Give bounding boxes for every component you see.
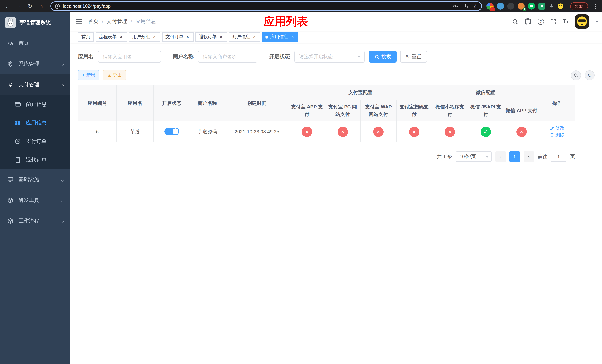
fullscreen-icon[interactable] [550, 18, 557, 25]
status-select[interactable]: 请选择开启状态 [294, 51, 365, 63]
tags-view-bar: 首页 流程表单 × 用户分组 × 支付订单 × 退款订单 × [70, 31, 602, 43]
edit-link[interactable]: 修改 [550, 125, 565, 131]
browser-menu-icon[interactable]: ⋮ [592, 3, 599, 10]
site-info-icon[interactable] [55, 3, 60, 9]
col-group-alipay: 支付宝配置 [289, 85, 432, 100]
browser-toolbar: ← → ↻ ⌂ localhost:1024/pay/app ☆ [0, 0, 602, 12]
breadcrumb-item[interactable]: 支付管理 [107, 18, 127, 25]
help-icon[interactable]: ? [538, 18, 544, 25]
extension-icon[interactable] [507, 3, 514, 10]
font-size-icon[interactable]: TT [563, 19, 569, 24]
github-icon[interactable] [525, 18, 531, 25]
refresh-table-button[interactable]: ↻ [585, 70, 595, 80]
address-bar[interactable]: localhost:1024/pay/app ☆ [50, 1, 482, 11]
goto-page-input[interactable] [551, 152, 567, 162]
browser-forward-icon[interactable]: → [14, 1, 24, 11]
browser-home-icon[interactable]: ⌂ [36, 1, 46, 11]
alipay-wap-status-icon: × [373, 127, 384, 137]
close-icon[interactable]: × [218, 34, 224, 39]
enabled-toggle[interactable] [164, 128, 179, 135]
chevron-down-icon [486, 156, 489, 158]
main-area: 首页 / 支付管理 / 应用信息 应用列表 [70, 12, 602, 364]
tab-refund-order[interactable]: 退款订单 × [195, 32, 227, 42]
col-created: 创建时间 [225, 85, 289, 121]
close-icon[interactable]: × [118, 34, 124, 39]
sidebar-item-workflow[interactable]: 工作流程 [0, 211, 70, 231]
sidebar-item-payment[interactable]: ¥ 支付管理 [0, 75, 70, 95]
tab-app-info[interactable]: 应用信息 × [262, 32, 298, 42]
cell-app-name: 芋道 [117, 121, 153, 142]
extension-icon[interactable]: 10 [486, 3, 494, 10]
navbar-actions: ? TT [512, 14, 602, 29]
col-wx-lite: 微信小程序支付 [432, 100, 468, 121]
sidebar-item-infrastructure[interactable]: 基础设施 [0, 169, 70, 190]
browser-reload-icon[interactable]: ↻ [25, 1, 35, 11]
search-icon[interactable] [512, 18, 518, 25]
app-shell: 芋道管理系统 首页 [0, 12, 602, 364]
app-name-input[interactable] [98, 51, 161, 63]
next-page-button[interactable]: › [524, 151, 534, 162]
breadcrumb-item[interactable]: 首页 [88, 18, 98, 25]
browser-profile-avatar[interactable] [557, 3, 564, 10]
password-key-icon[interactable] [453, 3, 459, 9]
box-icon [7, 197, 13, 203]
close-icon[interactable]: × [290, 34, 295, 39]
wx-app-status-icon: × [516, 127, 527, 137]
close-icon[interactable]: × [185, 34, 190, 39]
sidebar-item-system[interactable]: 系统管理 [0, 54, 70, 75]
cell-app-id: 6 [78, 121, 117, 142]
alipay-app-status-icon: × [302, 127, 312, 137]
avatar-caret-icon[interactable] [595, 21, 598, 22]
pinned-extension-icon[interactable] [549, 3, 554, 9]
share-icon[interactable] [463, 3, 469, 9]
cell-merchant: 芋道源码 [190, 121, 225, 142]
tab-home[interactable]: 首页 [78, 32, 94, 42]
page-number-button[interactable]: 1 [509, 151, 520, 162]
extension-icon[interactable] [538, 3, 545, 10]
sidebar-item-pay-order[interactable]: 支付订单 [0, 132, 70, 151]
sidebar-item-label: 工作流程 [19, 218, 39, 225]
tab-user-group[interactable]: 用户分组 × [129, 32, 160, 42]
tab-merchant-info[interactable]: 商户信息 × [229, 32, 260, 42]
search-button[interactable]: 搜索 [369, 51, 397, 63]
delete-link[interactable]: 删除 [550, 132, 565, 138]
app-title: 芋道管理系统 [20, 19, 51, 26]
page-size-select[interactable]: 10条/页 [456, 151, 492, 162]
top-navbar: 首页 / 支付管理 / 应用信息 应用列表 [70, 12, 602, 31]
chevron-down-icon [61, 62, 64, 66]
prev-page-button[interactable]: ‹ [495, 151, 506, 162]
col-wx-jsapi: 微信 JSAPI 支付 [468, 100, 504, 121]
browser-back-icon[interactable]: ← [3, 1, 13, 11]
tab-pay-order[interactable]: 支付订单 × [162, 32, 194, 42]
alipay-pc-status-icon: × [337, 127, 348, 137]
export-button[interactable]: 导出 [103, 70, 126, 80]
sidebar-item-dev-tools[interactable]: 研发工具 [0, 190, 70, 211]
close-icon[interactable]: × [252, 34, 257, 39]
tab-process-form[interactable]: 流程表单 × [96, 32, 127, 42]
sidebar-logo-row[interactable]: 芋道管理系统 [0, 12, 70, 33]
bookmark-star-icon[interactable]: ☆ [473, 3, 478, 9]
sidebar-collapse-icon[interactable] [70, 12, 88, 31]
sidebar-item-label: 支付订单 [26, 138, 47, 145]
browser-update-button[interactable]: 更新 [570, 2, 588, 10]
extension-icon[interactable] [528, 3, 535, 10]
extension-icon[interactable]: 1 [517, 3, 525, 10]
goto-label: 前往 [538, 153, 547, 160]
add-button[interactable]: + 新增 [78, 70, 99, 80]
total-count: 共 1 条 [437, 153, 452, 160]
sidebar-item-merchant-info[interactable]: 商户信息 [0, 95, 70, 114]
merchant-name-input[interactable] [198, 51, 257, 63]
sidebar-item-app-info[interactable]: 应用信息 [0, 114, 70, 132]
user-avatar[interactable] [575, 14, 589, 29]
close-icon[interactable]: × [152, 34, 157, 39]
toggle-search-button[interactable] [571, 70, 581, 80]
sidebar-item-home[interactable]: 首页 [0, 33, 70, 54]
chevron-down-icon [61, 178, 64, 182]
reset-button[interactable]: ↻ 重置 [400, 51, 427, 63]
col-action: 操作 [539, 85, 575, 121]
col-alipay-pc: 支付宝 PC 网站支付 [325, 100, 360, 121]
gear-icon [7, 61, 13, 67]
col-alipay-qr: 支付宝扫码支付 [396, 100, 432, 121]
extension-icon[interactable] [497, 3, 504, 10]
sidebar-item-refund-order[interactable]: 退款订单 [0, 151, 70, 169]
